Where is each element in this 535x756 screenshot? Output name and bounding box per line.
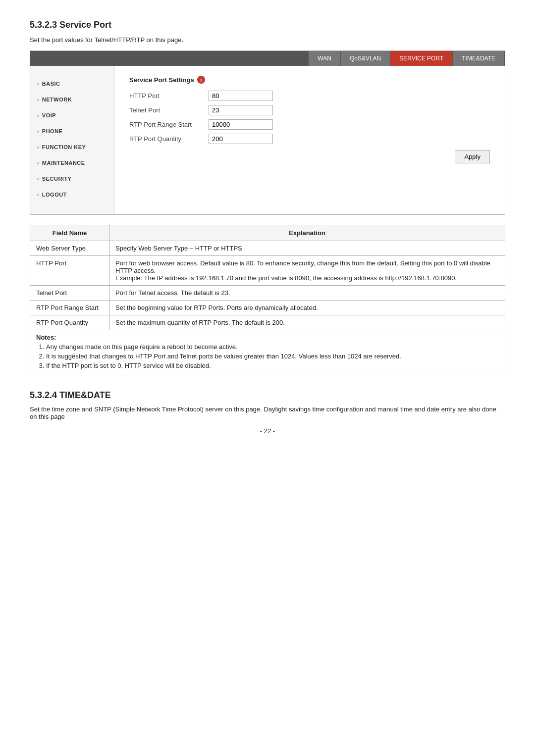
- arrow-icon: ›: [37, 176, 39, 182]
- explanation-table: Field Name Explanation Web Server TypeSp…: [30, 225, 505, 375]
- label-rtp-qty: RTP Port Quantity: [129, 135, 209, 143]
- notes-cell: Notes:Any changes made on this page requ…: [30, 330, 505, 375]
- label-telnet: Telnet Port: [129, 106, 209, 114]
- sidebar: › BASIC › NETWORK › VOIP › PHONE › FUNCT…: [30, 66, 114, 214]
- form-row-rtp-qty: RTP Port Quantity: [129, 134, 490, 144]
- note-item: If the HTTP port is set to 0, HTTP servi…: [46, 362, 499, 369]
- sidebar-label-logout: LOGOUT: [42, 192, 67, 198]
- sidebar-item-phone[interactable]: › PHONE: [30, 123, 114, 139]
- col-explanation: Explanation: [109, 225, 505, 241]
- arrow-icon: ›: [37, 97, 39, 102]
- input-http[interactable]: [209, 91, 273, 101]
- section1-heading: 5.3.2.3 Service Port: [30, 20, 505, 30]
- sidebar-label-maintenance: MAINTENANCE: [42, 160, 85, 166]
- explanation-cell: Set the beginning value for RTP Ports. P…: [109, 301, 505, 315]
- label-http: HTTP Port: [129, 92, 209, 100]
- section2-desc: Set the time zone and SNTP (Simple Netwo…: [30, 405, 505, 420]
- sidebar-item-security[interactable]: › SECURITY: [30, 171, 114, 187]
- sidebar-label-voip: VOIP: [42, 112, 56, 118]
- input-rtp-qty[interactable]: [209, 134, 273, 144]
- info-icon[interactable]: i: [197, 76, 205, 84]
- sidebar-item-network[interactable]: › NETWORK: [30, 92, 114, 107]
- form-row-rtp-start: RTP Port Range Start: [129, 119, 490, 130]
- input-rtp-start[interactable]: [209, 119, 273, 130]
- arrow-icon: ›: [37, 129, 39, 134]
- tab-timedate[interactable]: TIME&DATE: [453, 51, 505, 66]
- apply-button[interactable]: Apply: [455, 150, 490, 163]
- col-field-name: Field Name: [30, 225, 109, 241]
- explanation-cell: Specify Web Server Type – HTTP or HTTPS: [109, 241, 505, 256]
- table-row: Telnet PortPort for Telnet access. The d…: [30, 286, 505, 301]
- sidebar-item-basic[interactable]: › BASIC: [30, 76, 114, 92]
- note-item: It is suggested that changes to HTTP Por…: [46, 353, 499, 360]
- notes-row: Notes:Any changes made on this page requ…: [30, 330, 505, 375]
- sidebar-label-security: SECURITY: [42, 176, 72, 182]
- form-row-http: HTTP Port: [129, 91, 490, 101]
- explanation-cell: Set the maximum quantity of RTP Ports. T…: [109, 315, 505, 330]
- tab-wan[interactable]: WAN: [309, 51, 341, 66]
- router-body: › BASIC › NETWORK › VOIP › PHONE › FUNCT…: [30, 66, 505, 214]
- label-rtp-start: RTP Port Range Start: [129, 121, 209, 128]
- sidebar-label-phone: PHONE: [42, 128, 63, 134]
- field-name-cell: Web Server Type: [30, 241, 109, 256]
- arrow-icon: ›: [37, 113, 39, 118]
- router-ui: WAN QoS&VLAN SERVICE PORT TIME&DATE › BA…: [30, 50, 505, 215]
- explanation-cell: Port for Telnet access. The default is 2…: [109, 286, 505, 301]
- explanation-cell: Port for web browser access. Default val…: [109, 256, 505, 286]
- section2-heading: 5.3.2.4 TIME&DATE: [30, 390, 505, 401]
- table-row: RTP Port Range StartSet the beginning va…: [30, 301, 505, 315]
- field-name-cell: HTTP Port: [30, 256, 109, 286]
- sidebar-item-functionkey[interactable]: › FUNCTION KEY: [30, 139, 114, 155]
- tab-qos[interactable]: QoS&VLAN: [341, 51, 390, 66]
- arrow-icon: ›: [37, 145, 39, 150]
- field-name-cell: RTP Port Range Start: [30, 301, 109, 315]
- field-name-cell: RTP Port Quantity: [30, 315, 109, 330]
- tab-bar: WAN QoS&VLAN SERVICE PORT TIME&DATE: [30, 51, 505, 66]
- arrow-icon: ›: [37, 81, 39, 87]
- settings-title-text: Service Port Settings: [129, 76, 194, 84]
- field-name-cell: Telnet Port: [30, 286, 109, 301]
- input-telnet[interactable]: [209, 105, 273, 115]
- tab-serviceport[interactable]: SERVICE PORT: [390, 51, 453, 66]
- section1-desc: Set the port values for Telnet/HTTP/RTP …: [30, 36, 505, 44]
- sidebar-label-functionkey: FUNCTION KEY: [42, 144, 86, 150]
- form-row-telnet: Telnet Port: [129, 105, 490, 115]
- sidebar-item-maintenance[interactable]: › MAINTENANCE: [30, 155, 114, 171]
- sidebar-item-logout[interactable]: › LOGOUT: [30, 187, 114, 202]
- settings-title: Service Port Settings i: [129, 76, 490, 84]
- table-row: Web Server TypeSpecify Web Server Type –…: [30, 241, 505, 256]
- arrow-icon: ›: [37, 160, 39, 166]
- arrow-icon: ›: [37, 192, 39, 198]
- page-number: - 22 -: [30, 427, 505, 435]
- sidebar-label-basic: BASIC: [42, 81, 60, 87]
- apply-row: Apply: [129, 150, 490, 163]
- note-item: Any changes made on this page require a …: [46, 343, 499, 351]
- sidebar-item-voip[interactable]: › VOIP: [30, 107, 114, 123]
- table-row: RTP Port QuantitySet the maximum quantit…: [30, 315, 505, 330]
- sidebar-label-network: NETWORK: [42, 97, 72, 102]
- main-content: Service Port Settings i HTTP Port Telnet…: [114, 66, 505, 214]
- table-row: HTTP PortPort for web browser access. De…: [30, 256, 505, 286]
